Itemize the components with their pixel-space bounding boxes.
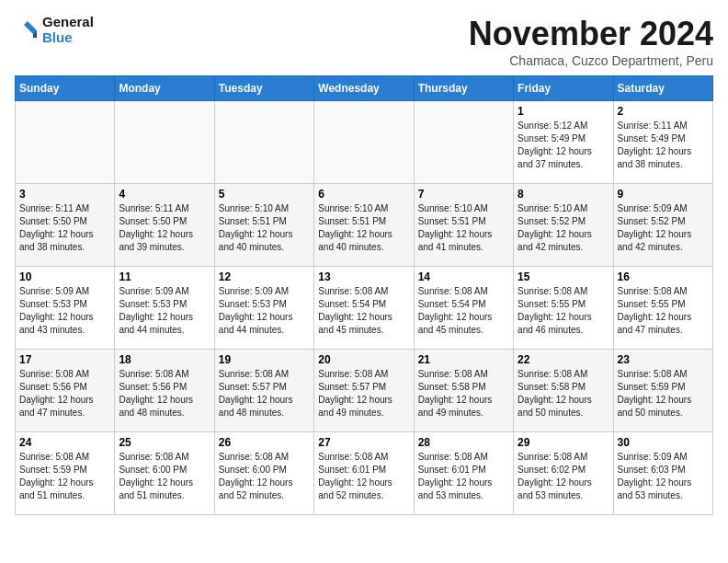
day-number: 19 xyxy=(219,353,310,366)
day-number: 1 xyxy=(518,105,609,118)
day-info: Sunrise: 5:11 AM Sunset: 5:50 PM Dayligh… xyxy=(119,202,210,254)
day-info: Sunrise: 5:08 AM Sunset: 6:02 PM Dayligh… xyxy=(518,451,609,502)
logo-general: General xyxy=(42,15,94,30)
weekday-header-tuesday: Tuesday xyxy=(214,76,313,101)
day-number: 14 xyxy=(418,270,509,283)
day-number: 28 xyxy=(418,436,509,449)
day-number: 17 xyxy=(19,353,110,366)
calendar-week-5: 24Sunrise: 5:08 AM Sunset: 5:59 PM Dayli… xyxy=(16,432,713,515)
svg-marker-0 xyxy=(24,21,37,34)
calendar-cell: 12Sunrise: 5:09 AM Sunset: 5:53 PM Dayli… xyxy=(214,267,313,350)
calendar-cell: 30Sunrise: 5:09 AM Sunset: 6:03 PM Dayli… xyxy=(613,432,712,515)
calendar-week-4: 17Sunrise: 5:08 AM Sunset: 5:56 PM Dayli… xyxy=(16,350,713,432)
day-number: 21 xyxy=(418,353,509,366)
calendar-cell: 8Sunrise: 5:10 AM Sunset: 5:52 PM Daylig… xyxy=(514,184,613,267)
calendar-week-2: 3Sunrise: 5:11 AM Sunset: 5:50 PM Daylig… xyxy=(16,184,713,267)
logo: General Blue xyxy=(15,15,94,45)
day-info: Sunrise: 5:08 AM Sunset: 5:57 PM Dayligh… xyxy=(219,368,310,419)
day-number: 8 xyxy=(518,188,609,201)
calendar-cell: 17Sunrise: 5:08 AM Sunset: 5:56 PM Dayli… xyxy=(16,350,115,432)
day-info: Sunrise: 5:08 AM Sunset: 5:55 PM Dayligh… xyxy=(618,285,709,337)
calendar-cell: 11Sunrise: 5:09 AM Sunset: 5:53 PM Dayli… xyxy=(115,267,214,350)
calendar-cell: 20Sunrise: 5:08 AM Sunset: 5:57 PM Dayli… xyxy=(314,350,414,432)
calendar-cell: 10Sunrise: 5:09 AM Sunset: 5:53 PM Dayli… xyxy=(16,267,115,350)
day-info: Sunrise: 5:08 AM Sunset: 5:57 PM Dayligh… xyxy=(318,368,409,419)
calendar-cell: 25Sunrise: 5:08 AM Sunset: 6:00 PM Dayli… xyxy=(115,432,214,515)
calendar-cell: 27Sunrise: 5:08 AM Sunset: 6:01 PM Dayli… xyxy=(314,432,414,515)
day-info: Sunrise: 5:08 AM Sunset: 6:01 PM Dayligh… xyxy=(318,451,409,502)
calendar-week-3: 10Sunrise: 5:09 AM Sunset: 5:53 PM Dayli… xyxy=(16,267,713,350)
calendar-cell xyxy=(115,101,214,184)
day-number: 5 xyxy=(219,188,310,201)
day-info: Sunrise: 5:09 AM Sunset: 5:53 PM Dayligh… xyxy=(119,285,210,337)
calendar-cell: 9Sunrise: 5:09 AM Sunset: 5:52 PM Daylig… xyxy=(613,184,712,267)
title-block: November 2024 Chamaca, Cuzco Department,… xyxy=(469,15,713,68)
day-info: Sunrise: 5:10 AM Sunset: 5:52 PM Dayligh… xyxy=(518,202,609,254)
day-number: 7 xyxy=(418,188,509,201)
calendar-cell: 29Sunrise: 5:08 AM Sunset: 6:02 PM Dayli… xyxy=(514,432,613,515)
day-number: 22 xyxy=(518,353,609,366)
weekday-header-wednesday: Wednesday xyxy=(314,76,414,101)
weekday-header-row: SundayMondayTuesdayWednesdayThursdayFrid… xyxy=(16,76,713,101)
page-header: General Blue November 2024 Chamaca, Cuzc… xyxy=(15,15,713,68)
day-number: 24 xyxy=(19,436,110,449)
day-info: Sunrise: 5:10 AM Sunset: 5:51 PM Dayligh… xyxy=(418,202,509,254)
weekday-header-saturday: Saturday xyxy=(613,76,712,101)
day-number: 15 xyxy=(518,270,609,283)
day-info: Sunrise: 5:08 AM Sunset: 5:58 PM Dayligh… xyxy=(518,368,609,419)
calendar-table: SundayMondayTuesdayWednesdayThursdayFrid… xyxy=(15,75,713,515)
weekday-header-thursday: Thursday xyxy=(414,76,513,101)
weekday-header-sunday: Sunday xyxy=(16,76,115,101)
logo-text-block: General Blue xyxy=(15,15,94,45)
day-number: 9 xyxy=(618,188,709,201)
day-info: Sunrise: 5:09 AM Sunset: 5:53 PM Dayligh… xyxy=(19,285,110,337)
weekday-header-friday: Friday xyxy=(514,76,613,101)
day-number: 13 xyxy=(318,270,409,283)
calendar-cell: 6Sunrise: 5:10 AM Sunset: 5:51 PM Daylig… xyxy=(314,184,414,267)
day-number: 23 xyxy=(618,353,709,366)
day-number: 11 xyxy=(119,270,210,283)
calendar-cell: 23Sunrise: 5:08 AM Sunset: 5:59 PM Dayli… xyxy=(613,350,712,432)
day-number: 6 xyxy=(318,188,409,201)
calendar-cell: 19Sunrise: 5:08 AM Sunset: 5:57 PM Dayli… xyxy=(214,350,313,432)
calendar-cell: 26Sunrise: 5:08 AM Sunset: 6:00 PM Dayli… xyxy=(214,432,313,515)
day-number: 3 xyxy=(19,188,110,201)
day-number: 30 xyxy=(618,436,709,449)
calendar-cell xyxy=(414,101,513,184)
calendar-cell: 16Sunrise: 5:08 AM Sunset: 5:55 PM Dayli… xyxy=(613,267,712,350)
calendar-cell: 22Sunrise: 5:08 AM Sunset: 5:58 PM Dayli… xyxy=(514,350,613,432)
day-number: 4 xyxy=(119,188,210,201)
calendar-week-1: 1Sunrise: 5:12 AM Sunset: 5:49 PM Daylig… xyxy=(16,101,713,184)
calendar-cell: 5Sunrise: 5:10 AM Sunset: 5:51 PM Daylig… xyxy=(214,184,313,267)
day-info: Sunrise: 5:08 AM Sunset: 5:58 PM Dayligh… xyxy=(418,368,509,419)
day-number: 16 xyxy=(618,270,709,283)
location-subtitle: Chamaca, Cuzco Department, Peru xyxy=(469,53,713,68)
calendar-cell: 14Sunrise: 5:08 AM Sunset: 5:54 PM Dayli… xyxy=(414,267,513,350)
day-number: 20 xyxy=(318,353,409,366)
day-info: Sunrise: 5:08 AM Sunset: 5:59 PM Dayligh… xyxy=(618,368,709,419)
calendar-cell: 3Sunrise: 5:11 AM Sunset: 5:50 PM Daylig… xyxy=(16,184,115,267)
calendar-cell: 24Sunrise: 5:08 AM Sunset: 5:59 PM Dayli… xyxy=(16,432,115,515)
day-info: Sunrise: 5:08 AM Sunset: 5:54 PM Dayligh… xyxy=(318,285,409,337)
day-info: Sunrise: 5:08 AM Sunset: 5:56 PM Dayligh… xyxy=(119,368,210,419)
calendar-cell: 13Sunrise: 5:08 AM Sunset: 5:54 PM Dayli… xyxy=(314,267,414,350)
day-info: Sunrise: 5:08 AM Sunset: 6:00 PM Dayligh… xyxy=(219,451,310,502)
day-number: 25 xyxy=(119,436,210,449)
logo-bird-icon xyxy=(15,17,40,43)
calendar-cell: 4Sunrise: 5:11 AM Sunset: 5:50 PM Daylig… xyxy=(115,184,214,267)
day-number: 27 xyxy=(318,436,409,449)
day-info: Sunrise: 5:08 AM Sunset: 5:56 PM Dayligh… xyxy=(19,368,110,419)
day-info: Sunrise: 5:11 AM Sunset: 5:50 PM Dayligh… xyxy=(19,202,110,254)
day-number: 29 xyxy=(518,436,609,449)
day-info: Sunrise: 5:10 AM Sunset: 5:51 PM Dayligh… xyxy=(219,202,310,254)
calendar-cell: 7Sunrise: 5:10 AM Sunset: 5:51 PM Daylig… xyxy=(414,184,513,267)
day-number: 18 xyxy=(119,353,210,366)
logo-blue: Blue xyxy=(42,30,94,46)
day-info: Sunrise: 5:09 AM Sunset: 5:53 PM Dayligh… xyxy=(219,285,310,337)
day-number: 12 xyxy=(219,270,310,283)
day-info: Sunrise: 5:08 AM Sunset: 5:55 PM Dayligh… xyxy=(518,285,609,337)
day-info: Sunrise: 5:08 AM Sunset: 5:59 PM Dayligh… xyxy=(19,451,110,502)
day-info: Sunrise: 5:08 AM Sunset: 6:00 PM Dayligh… xyxy=(119,451,210,502)
day-number: 10 xyxy=(19,270,110,283)
day-number: 2 xyxy=(618,105,709,118)
